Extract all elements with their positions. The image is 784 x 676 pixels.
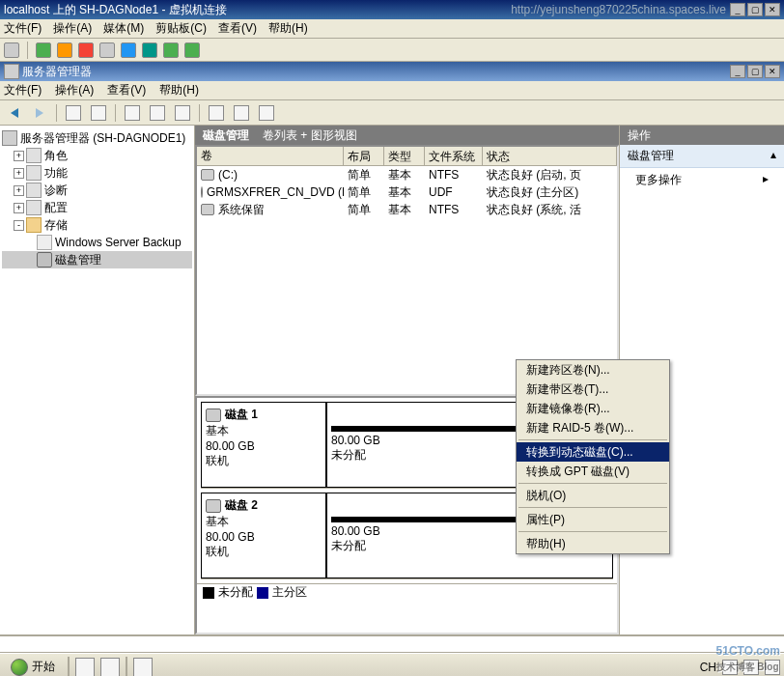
volume-row[interactable]: GRMSXFRER_CN_DVD (D:)简单基本UDF状态良好 (主分区) <box>197 183 617 201</box>
menu-separator <box>518 439 667 440</box>
tree-diag[interactable]: +诊断 <box>2 182 192 199</box>
ctrl-alt-del-icon[interactable] <box>4 42 19 58</box>
ime-indicator[interactable]: CH <box>700 661 716 674</box>
tb-icon-6[interactable] <box>231 103 252 123</box>
col-volume[interactable]: 卷 <box>197 147 344 165</box>
pause-icon[interactable] <box>121 42 136 58</box>
disk-info: 磁盘 1基本80.00 GB联机 <box>201 402 326 488</box>
legend-unalloc-label: 未分配 <box>218 584 253 601</box>
tray-volume-icon[interactable] <box>743 660 759 675</box>
taskbar: 开始 CH <box>0 653 784 676</box>
center-pane: 磁盘管理 卷列表 + 图形视图 卷 布局 类型 文件系统 状态 (C:)简单基本… <box>195 126 620 634</box>
start-button[interactable]: 开始 <box>4 656 62 677</box>
tb-icon-5[interactable] <box>172 103 193 123</box>
tree-wsb[interactable]: Windows Server Backup <box>2 234 192 251</box>
sm-menu-action[interactable]: 操作(A) <box>55 82 94 99</box>
sm-max-button[interactable]: ▢ <box>747 65 763 78</box>
nav-tree[interactable]: 服务器管理器 (SH-DAGNODE1) +角色 +功能 +诊断 +配置 -存储… <box>0 126 195 634</box>
sm-menu-file[interactable]: 文件(F) <box>4 82 42 99</box>
col-filesystem[interactable]: 文件系统 <box>425 147 483 165</box>
expander-icon[interactable]: + <box>14 203 24 213</box>
menu-item[interactable]: 脱机(O) <box>517 486 669 505</box>
tree-roles[interactable]: +角色 <box>2 147 192 164</box>
expander-icon[interactable]: + <box>14 185 24 196</box>
actions-more[interactable]: 更多操作▸ <box>620 168 784 192</box>
tree-item-label: 配置 <box>44 200 68 216</box>
menu-item[interactable]: 新建 RAID-5 卷(W)... <box>517 418 669 437</box>
col-status[interactable]: 状态 <box>483 147 617 165</box>
sm-statusbar <box>0 635 784 653</box>
vm-menu-media[interactable]: 媒体(M) <box>103 20 144 37</box>
save-icon[interactable] <box>99 42 115 58</box>
start-icon[interactable] <box>36 42 51 58</box>
config-icon <box>26 200 42 215</box>
sm-min-button[interactable]: _ <box>730 65 745 78</box>
vm-menu-view[interactable]: 查看(V) <box>218 20 257 37</box>
tree-config[interactable]: +配置 <box>2 199 192 216</box>
menu-item[interactable]: 转换成 GPT 磁盘(V) <box>517 462 669 481</box>
menu-item[interactable]: 帮助(H) <box>517 534 669 553</box>
roles-icon <box>26 148 42 163</box>
vm-max-button[interactable]: ▢ <box>747 3 763 16</box>
vm-toolbar <box>0 39 784 62</box>
diag-icon <box>26 183 42 198</box>
actions-group[interactable]: 磁盘管理▴ <box>620 145 784 168</box>
vm-menu-help[interactable]: 帮助(H) <box>268 20 308 37</box>
reset-icon[interactable] <box>142 42 157 58</box>
taskbar-app-2-icon[interactable] <box>100 658 120 677</box>
center-subtitle: 卷列表 + 图形视图 <box>263 127 357 144</box>
tree-root[interactable]: 服务器管理器 (SH-DAGNODE1) <box>2 129 192 147</box>
tb-refresh-icon[interactable] <box>206 103 227 123</box>
col-layout[interactable]: 布局 <box>344 147 384 165</box>
menu-item[interactable]: 新建镜像卷(R)... <box>517 399 669 418</box>
sm-menu-view[interactable]: 查看(V) <box>107 82 146 99</box>
menu-item[interactable]: 转换到动态磁盘(C)... <box>517 442 669 462</box>
taskbar-app-3-icon[interactable] <box>133 658 153 677</box>
menu-item[interactable]: 新建跨区卷(N)... <box>517 360 669 380</box>
vm-title-text: localhost 上的 SH-DAGNode1 - 虚拟机连接 <box>4 2 511 18</box>
vm-menu-file[interactable]: 文件(F) <box>4 20 42 37</box>
tray-network-icon[interactable] <box>722 660 738 675</box>
tb-icon-1[interactable] <box>63 103 84 123</box>
tray-action-icon[interactable] <box>765 660 780 675</box>
tree-disk-mgmt[interactable]: 磁盘管理 <box>2 251 192 268</box>
col-type[interactable]: 类型 <box>384 147 425 165</box>
menu-item[interactable]: 属性(P) <box>517 510 669 529</box>
center-title: 磁盘管理 <box>203 127 249 144</box>
shutdown-icon[interactable] <box>57 42 72 58</box>
sm-titlebar: 服务器管理器 _ ▢ ✕ <box>0 62 784 81</box>
tree-storage[interactable]: -存储 <box>2 216 192 234</box>
menu-item[interactable]: 新建带区卷(T)... <box>517 380 669 399</box>
volume-row[interactable]: (C:)简单基本NTFS状态良好 (启动, 页 <box>197 166 617 183</box>
sm-menu-help[interactable]: 帮助(H) <box>159 82 199 99</box>
nav-forward-button[interactable] <box>29 103 50 123</box>
nav-back-button[interactable] <box>4 103 25 123</box>
volume-list[interactable]: 卷 布局 类型 文件系统 状态 (C:)简单基本NTFS状态良好 (启动, 页G… <box>195 145 619 396</box>
snapshot-icon[interactable] <box>163 42 179 58</box>
revert-icon[interactable] <box>184 42 200 58</box>
expander-icon[interactable]: + <box>14 168 24 179</box>
expander-icon[interactable]: + <box>14 151 24 161</box>
tb-icon-4[interactable] <box>147 103 168 123</box>
menu-separator <box>518 507 667 508</box>
context-menu[interactable]: 新建跨区卷(N)...新建带区卷(T)...新建镜像卷(R)...新建 RAID… <box>516 359 670 554</box>
legend-unalloc-swatch <box>203 587 214 599</box>
tree-features[interactable]: +功能 <box>2 164 192 182</box>
taskbar-app-1-icon[interactable] <box>75 658 95 677</box>
expander-icon[interactable]: - <box>14 220 24 231</box>
sm-close-button[interactable]: ✕ <box>765 65 780 78</box>
tb-icon-3[interactable] <box>122 103 143 123</box>
volume-row[interactable]: 系统保留简单基本NTFS状态良好 (系统, 活 <box>197 201 617 218</box>
vm-menu-action[interactable]: 操作(A) <box>53 20 92 37</box>
vm-menu-clipboard[interactable]: 剪贴板(C) <box>155 20 207 37</box>
legend-primary-label: 主分区 <box>272 584 307 601</box>
menu-separator <box>518 531 667 532</box>
separator <box>27 42 28 59</box>
start-orb-icon <box>11 659 28 676</box>
actions-group-label: 磁盘管理 <box>628 148 674 164</box>
vm-min-button[interactable]: _ <box>730 3 745 16</box>
poweroff-icon[interactable] <box>78 42 94 58</box>
tb-icon-2[interactable] <box>88 103 109 123</box>
tb-icon-7[interactable] <box>256 103 277 123</box>
vm-close-button[interactable]: ✕ <box>765 3 780 16</box>
